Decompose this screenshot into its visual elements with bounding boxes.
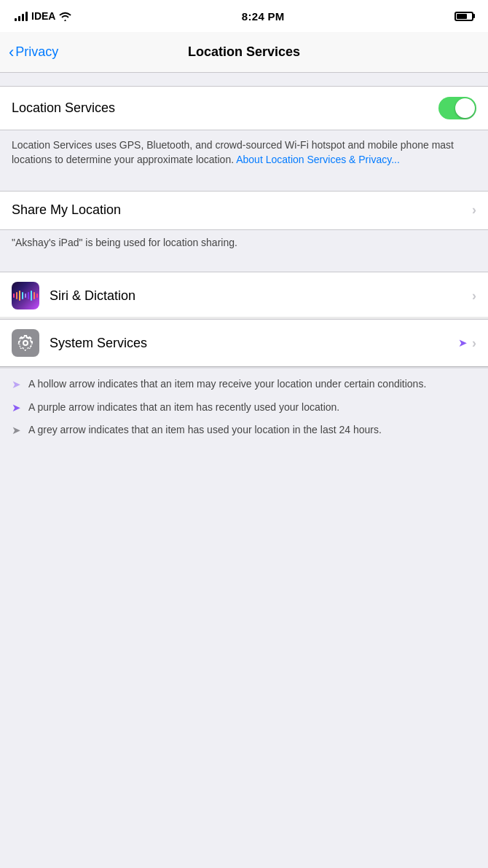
- battery-icon: [454, 12, 473, 21]
- location-services-toggle-row: Location Services: [0, 87, 488, 130]
- back-button[interactable]: ‹ Privacy: [9, 44, 58, 60]
- purple-arrow-icon: ➤: [12, 401, 21, 414]
- carrier-label: IDEA: [31, 10, 55, 22]
- status-bar: IDEA 8:24 PM: [0, 0, 488, 32]
- siri-chevron-icon: ›: [472, 288, 476, 304]
- legend-purple-text: A purple arrow indicates that an item ha…: [28, 401, 339, 415]
- share-my-location-chevron: ›: [472, 202, 476, 218]
- location-services-description: Location Services uses GPS, Bluetooth, a…: [0, 130, 488, 178]
- legend-hollow-text: A hollow arrow indicates that an item ma…: [28, 377, 426, 392]
- wifi-icon: [59, 12, 71, 21]
- gear-icon-bg: [12, 329, 39, 357]
- legend-item-grey: ➤ A grey arrow indicates that an item ha…: [12, 423, 476, 438]
- subtitle-text: "Akshay's iPad" is being used for locati…: [12, 237, 237, 248]
- system-services-app-icon: [12, 329, 39, 357]
- siri-wave-lines: [13, 290, 38, 301]
- signal-bars: [15, 11, 28, 21]
- location-services-label: Location Services: [12, 100, 115, 116]
- battery-fill: [457, 14, 467, 19]
- location-services-toggle[interactable]: [438, 97, 476, 119]
- section-gap-2: [0, 178, 488, 191]
- share-my-location-subtitle: "Akshay's iPad" is being used for locati…: [0, 230, 488, 259]
- grey-arrow-icon: ➤: [12, 424, 21, 437]
- section-gap-3: [0, 259, 488, 272]
- app-rows-section: Siri & Dictation › System Services ➤ ›: [0, 272, 488, 367]
- section-gap-1: [0, 73, 488, 86]
- hollow-arrow-icon: ➤: [12, 378, 21, 391]
- toggle-knob: [455, 98, 475, 118]
- system-services-location-arrow-icon: ➤: [458, 336, 468, 350]
- legend-grey-text: A grey arrow indicates that an item has …: [28, 423, 382, 438]
- back-chevron-icon: ‹: [9, 44, 14, 60]
- about-location-services-link[interactable]: About Location Services & Privacy...: [236, 154, 400, 165]
- siri-icon-bg: [12, 282, 39, 309]
- siri-row[interactable]: Siri & Dictation ›: [0, 272, 488, 319]
- siri-app-icon: [12, 282, 39, 309]
- legend-item-hollow: ➤ A hollow arrow indicates that an item …: [12, 377, 476, 392]
- navigation-bar: ‹ Privacy Location Services: [0, 32, 488, 73]
- siri-row-label: Siri & Dictation: [50, 288, 472, 304]
- legend-item-purple: ➤ A purple arrow indicates that an item …: [12, 401, 476, 415]
- share-my-location-section: Share My Location ›: [0, 191, 488, 230]
- status-right: [454, 12, 473, 21]
- system-services-row[interactable]: System Services ➤ ›: [0, 319, 488, 366]
- share-my-location-accessories: ›: [472, 202, 476, 218]
- system-services-row-accessories: ➤ ›: [458, 336, 476, 351]
- share-my-location-row[interactable]: Share My Location ›: [0, 192, 488, 229]
- status-left: IDEA: [15, 10, 71, 22]
- system-services-chevron-icon: ›: [472, 336, 476, 351]
- status-time: 8:24 PM: [242, 10, 285, 23]
- location-services-section: Location Services: [0, 86, 488, 130]
- back-label: Privacy: [15, 44, 58, 60]
- system-services-row-label: System Services: [50, 336, 458, 351]
- siri-row-accessories: ›: [472, 288, 476, 304]
- gear-icon: [16, 334, 35, 352]
- share-my-location-label: Share My Location: [12, 202, 472, 218]
- arrow-legend-section: ➤ A hollow arrow indicates that an item …: [0, 367, 488, 448]
- page-title: Location Services: [188, 44, 300, 60]
